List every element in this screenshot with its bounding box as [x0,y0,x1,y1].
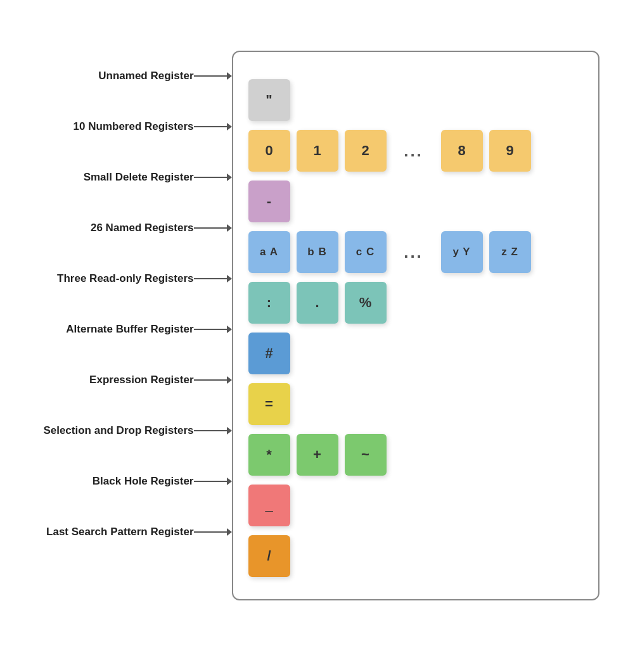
register-box-named-4: y Y [441,231,483,273]
arrow-altbuffer [194,323,232,336]
labels-column: Unnamed Register10 Numbered RegistersSma… [29,51,232,557]
boxes-readonly: :.% [248,282,387,324]
content-row-altbuffer: # [248,328,583,379]
register-box-numbered-2: 2 [345,130,387,172]
register-box-named-5: z Z [489,231,531,273]
boxes-lastsearch: / [248,535,290,577]
register-box-altbuffer-0: # [248,333,290,374]
register-box-named-0: a A [248,231,290,273]
dots-numbered: ... [393,141,435,161]
label-expression: Expression Register [29,373,194,387]
label-named: 26 Named Registers [29,221,194,235]
content-row-selectiondrop: *+~ [248,429,583,480]
label-numbered: 10 Numbered Registers [29,120,194,134]
register-box-blackhole-0: _ [248,485,290,526]
content-row-unnamed: " [248,75,583,125]
boxes-expression: = [248,383,290,425]
register-box-expression-0: = [248,383,290,425]
boxes-numbered: 012...89 [248,130,531,172]
dots-named: ... [393,243,435,262]
content-row-small-delete: - [248,176,583,227]
boxes-blackhole: _ [248,485,290,526]
content-row-named: a Ab Bc C...y Yz Z [248,227,583,277]
boxes-named: a Ab Bc C...y Yz Z [248,231,531,273]
label-lastsearch: Last Search Pattern Register [29,525,194,539]
register-box-selectiondrop-1: + [297,434,338,476]
arrow-blackhole [194,475,232,488]
label-row-unnamed: Unnamed Register [29,51,232,101]
label-readonly: Three Read-only Registers [29,272,194,286]
register-box-small-delete-0: - [248,181,290,222]
register-box-numbered-0: 0 [248,130,290,172]
register-box-named-2: c C [345,231,387,273]
label-altbuffer: Alternate Buffer Register [29,322,194,336]
arrow-selectiondrop [194,424,232,437]
label-row-blackhole: Black Hole Register [29,456,232,507]
label-row-expression: Expression Register [29,355,232,405]
register-box-selectiondrop-2: ~ [345,434,387,476]
arrow-readonly [194,272,232,285]
register-box-unnamed-0: " [248,79,290,121]
label-row-small-delete: Small Delete Register [29,152,232,203]
register-box-numbered-5: 9 [489,130,531,172]
label-row-named: 26 Named Registers [29,203,232,253]
label-row-lastsearch: Last Search Pattern Register [29,507,232,557]
arrow-numbered [194,120,232,133]
label-small-delete: Small Delete Register [29,170,194,184]
content-row-numbered: 012...89 [248,125,583,176]
boxes-unnamed: " [248,79,290,121]
vim-registers-box: "012...89-a Ab Bc C...y Yz Z:.%#=*+~_/ [232,51,599,600]
diagram: Unnamed Register10 Numbered RegistersSma… [29,51,599,600]
label-blackhole: Black Hole Register [29,474,194,488]
arrow-small-delete [194,171,232,184]
arrow-expression [194,374,232,386]
register-box-lastsearch-0: / [248,535,290,577]
arrow-lastsearch [194,526,232,538]
register-box-numbered-4: 8 [441,130,483,172]
label-row-readonly: Three Read-only Registers [29,253,232,304]
content-row-lastsearch: / [248,531,583,581]
content-row-blackhole: _ [248,480,583,531]
boxes-selectiondrop: *+~ [248,434,387,476]
register-box-readonly-1: . [297,282,338,324]
register-box-readonly-2: % [345,282,387,324]
label-row-selectiondrop: Selection and Drop Registers [29,405,232,456]
label-selectiondrop: Selection and Drop Registers [29,424,194,438]
arrow-named [194,222,232,234]
register-box-selectiondrop-0: * [248,434,290,476]
content-row-readonly: :.% [248,277,583,328]
boxes-small-delete: - [248,181,290,222]
register-box-numbered-1: 1 [297,130,338,172]
label-row-numbered: 10 Numbered Registers [29,101,232,152]
register-box-named-1: b B [297,231,338,273]
register-box-readonly-0: : [248,282,290,324]
boxes-altbuffer: # [248,333,290,374]
label-unnamed: Unnamed Register [29,69,194,83]
arrow-unnamed [194,70,232,82]
content-row-expression: = [248,379,583,429]
label-row-altbuffer: Alternate Buffer Register [29,304,232,355]
